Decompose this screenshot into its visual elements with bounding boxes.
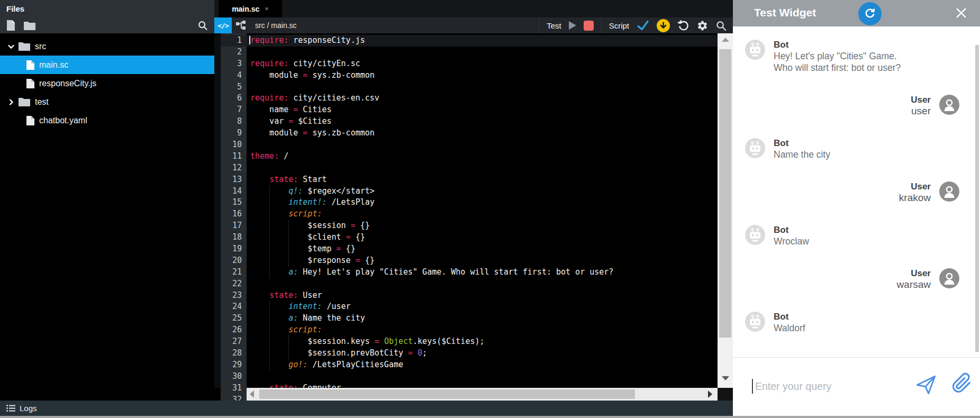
editor-horizontal-scrollbar[interactable] (247, 388, 718, 401)
code-line[interactable] (247, 278, 718, 290)
code-view-button[interactable]: </> (214, 17, 232, 33)
new-folder-button[interactable] (24, 21, 35, 30)
new-file-button[interactable] (6, 20, 15, 31)
code-line[interactable] (247, 139, 718, 151)
tree-item-responseCity-js[interactable]: responseCity.js (0, 74, 214, 93)
scroll-right-arrow[interactable] (708, 390, 712, 398)
code-line[interactable] (247, 81, 718, 93)
logs-bar[interactable]: Logs (0, 401, 733, 416)
code-text-area[interactable]: require: responseCity.jsrequire: city/ci… (247, 33, 718, 388)
tree-item-main-sc[interactable]: main.sc (0, 56, 214, 74)
code-token: a: (288, 313, 298, 323)
code-line[interactable]: module = sys.zb-common (247, 70, 718, 81)
attach-file-button[interactable] (950, 371, 973, 395)
bot-avatar-icon (745, 225, 765, 245)
file-search-button[interactable] (197, 20, 208, 31)
scrollbar-corner (718, 388, 733, 401)
code-line[interactable]: name = Cities (247, 104, 718, 116)
tab-main-sc[interactable]: main.sc × (219, 0, 282, 17)
code-line[interactable]: $response = {} (247, 255, 718, 267)
script-label: Script (609, 21, 629, 30)
code-token: intent!: (288, 197, 326, 207)
code-line[interactable] (247, 47, 718, 58)
restart-chat-button[interactable] (858, 2, 882, 25)
code-line[interactable]: $session = {} (247, 220, 718, 232)
deploy-button[interactable] (657, 19, 670, 32)
stop-test-button[interactable] (584, 21, 594, 31)
code-line[interactable] (247, 162, 718, 174)
line-number: 21 (221, 267, 247, 278)
message-body: BotHey! Let's play "Cities" Game. Who wi… (774, 40, 909, 74)
code-token: a: (288, 267, 298, 277)
folder-icon (18, 97, 31, 106)
vertical-scroll-thumb[interactable] (719, 49, 731, 338)
code-line[interactable]: a: Hey! Let's play "Cities" Game. Who wi… (247, 267, 718, 278)
scroll-left-arrow[interactable] (250, 390, 254, 398)
code-line[interactable]: $client = {} (247, 232, 718, 243)
editor-search-button[interactable] (715, 20, 727, 31)
editor-toolbar: </> src / main.sc Test Script (214, 17, 733, 33)
message-body: BotWroclaw (774, 225, 809, 247)
horizontal-scroll-thumb[interactable] (259, 389, 635, 399)
code-line[interactable]: module = sys.zb-common (247, 128, 718, 139)
tree-item-test[interactable]: test (0, 93, 214, 111)
code-line[interactable]: $session.keys = Object.keys($Cities); (247, 336, 718, 348)
code-line[interactable]: $session.prevBotCity = 0; (247, 348, 718, 359)
tree-item-chatbot-yaml[interactable]: chatbot.yaml (0, 111, 214, 130)
message-sender: Bot (774, 138, 830, 149)
code-line[interactable]: require: responseCity.js (247, 35, 718, 47)
line-number: 3 (221, 58, 247, 70)
bot-message: BotHey! Let's play "Cities" Game. Who wi… (745, 40, 959, 74)
code-line[interactable]: theme: / (247, 151, 718, 162)
line-number: 27 (221, 336, 247, 348)
message-sender: Bot (774, 40, 909, 50)
validate-check-button[interactable] (637, 20, 649, 31)
code-line[interactable]: script: (247, 208, 718, 220)
code-line[interactable]: a: Name the city (247, 313, 718, 324)
scroll-down-arrow[interactable] (722, 376, 729, 380)
code-line[interactable]: state: User (247, 290, 718, 302)
code-line[interactable]: require: city/cityEn.sc (247, 58, 718, 70)
code-line[interactable]: go!: /LetsPlayCitiesGame (247, 359, 718, 371)
line-number: 4 (221, 70, 247, 81)
code-line[interactable]: script: (247, 324, 718, 336)
chat-scrollbar[interactable] (975, 45, 979, 352)
code-token: q!: (288, 186, 303, 196)
tab-close-icon[interactable]: × (265, 5, 269, 13)
editor-vertical-scrollbar[interactable] (718, 33, 733, 388)
flowchart-view-button[interactable] (232, 17, 250, 33)
code-token: script: (288, 325, 322, 334)
code-line[interactable]: q!: $regex</start> (247, 186, 718, 197)
code-token: name (250, 105, 293, 114)
bot-message: BotName the city (745, 138, 959, 160)
settings-gear-button[interactable] (697, 20, 708, 31)
run-test-button[interactable] (569, 21, 576, 30)
code-token: city/cities-en.csv (288, 93, 379, 103)
code-token: = (408, 348, 413, 358)
code-line[interactable]: var = $Cities (247, 116, 718, 128)
files-panel-title: Files (0, 0, 214, 17)
scroll-up-arrow[interactable] (722, 38, 729, 42)
line-number: 24 (221, 301, 247, 313)
chevron-right-icon[interactable] (6, 98, 16, 106)
undo-button[interactable] (677, 20, 689, 32)
code-line[interactable]: intent!: /LetsPlay (247, 197, 718, 208)
tree-item-src[interactable]: src (0, 37, 214, 56)
code-line[interactable] (247, 371, 718, 383)
code-line[interactable]: state: Start (247, 174, 718, 186)
close-widget-button[interactable] (955, 7, 967, 19)
code-line[interactable]: require: city/cities-en.csv (247, 93, 718, 104)
code-line[interactable]: $temp = {} (247, 243, 718, 255)
toolbar-right-group: Test Script (539, 17, 733, 33)
bot-avatar-icon (745, 138, 765, 158)
code-token: require: (250, 59, 288, 68)
line-number: 15 (221, 197, 247, 208)
message-sender: Bot (774, 312, 805, 322)
chevron-down-icon[interactable] (6, 43, 16, 50)
line-number: 11 (221, 151, 247, 162)
message-text: Name the city (774, 149, 830, 160)
code-line[interactable]: state: Computer (247, 383, 718, 388)
query-input[interactable] (754, 372, 904, 400)
send-message-button[interactable] (915, 374, 937, 396)
code-line[interactable]: intent: /user (247, 301, 718, 313)
